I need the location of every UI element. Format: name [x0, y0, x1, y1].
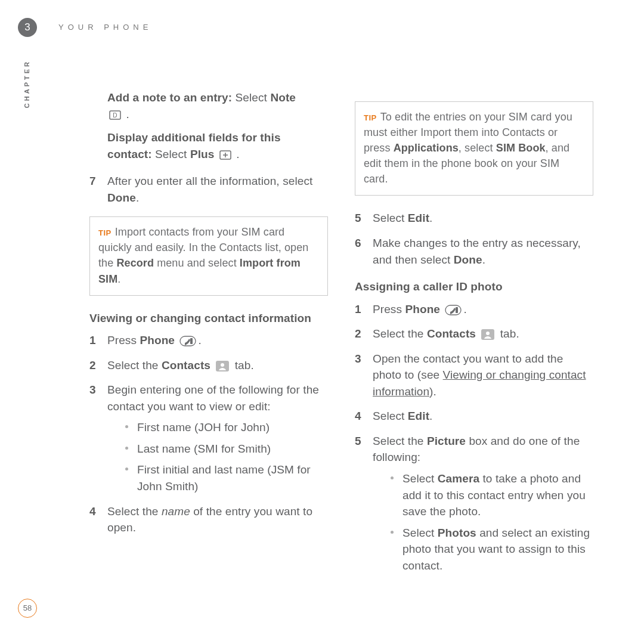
- right-column: TIPTo edit the entries on your SIM card …: [355, 101, 593, 582]
- v2-b1: Contacts: [162, 359, 213, 371]
- edit-step-5: 5 Select Edit.: [355, 210, 593, 227]
- a5-t1: Select the: [373, 435, 427, 447]
- tip-edit-sim: TIPTo edit the entries on your SIM card …: [355, 101, 593, 196]
- a1-t1: Press: [373, 303, 405, 315]
- viewing-step-1: 1 Press Phone .: [89, 332, 328, 349]
- v2-t2: tab.: [231, 359, 253, 371]
- e5-b1: Edit: [408, 212, 429, 224]
- display-fields-tail: .: [233, 148, 240, 160]
- add-note-block: Add a note to an entry: Select Note D .: [89, 89, 328, 122]
- step-7-list: 7 After you enter all the information, s…: [89, 173, 328, 206]
- tip-label: TIP: [98, 228, 112, 237]
- page: 3 YOUR PHONE CHAPTER Add a note to an en…: [0, 0, 644, 644]
- display-fields-block: Display additional fields for this conta…: [89, 129, 328, 162]
- a5b1-b: Camera: [438, 472, 479, 485]
- step-7-t2: .: [136, 191, 139, 204]
- contacts-icon: [215, 360, 230, 372]
- display-fields-bold: Plus: [190, 148, 215, 160]
- a5-bullets: Select Camera to take a photo and add it…: [373, 470, 593, 574]
- step-7-num: 7: [89, 173, 96, 190]
- v3-bullet-1: First name (JOH for John): [125, 419, 328, 436]
- tip-r-t2: , select: [459, 142, 496, 154]
- v3-num: 3: [89, 382, 96, 398]
- step-7-b1: Done: [107, 191, 136, 204]
- tip-left-t3: .: [117, 273, 120, 285]
- tip-r-b2: SIM Book: [496, 142, 546, 154]
- a5b2-a: Select: [402, 527, 438, 539]
- svg-rect-8: [456, 307, 458, 313]
- a5-bullet-1: Select Camera to take a photo and add it…: [391, 470, 593, 520]
- tip-left-t2: menu and select: [154, 257, 240, 269]
- a3-num: 3: [355, 351, 361, 367]
- add-note-period: .: [123, 108, 129, 120]
- svg-text:D: D: [113, 112, 117, 119]
- display-fields-rest: Select: [152, 148, 190, 160]
- v1-num: 1: [89, 332, 96, 349]
- viewing-steps: 1 Press Phone . 2 Select the Contacts ta…: [89, 332, 328, 535]
- a2-t1: Select the: [373, 327, 427, 340]
- a5-b1: Picture: [427, 435, 466, 447]
- v2-num: 2: [89, 357, 96, 374]
- callerid-step-1: 1 Press Phone .: [355, 301, 593, 318]
- tip-import-sim: TIPImport contacts from your SIM card qu…: [89, 216, 328, 295]
- svg-rect-4: [190, 338, 193, 344]
- callerid-steps: 1 Press Phone . 2 Select the Contacts ta…: [355, 301, 593, 574]
- add-note-rest: Select: [232, 91, 270, 104]
- a5b2-b: Photos: [438, 527, 476, 539]
- viewing-step-2: 2 Select the Contacts tab.: [89, 357, 328, 374]
- e6-b1: Done: [454, 253, 482, 266]
- v1-t1: Press: [107, 334, 140, 346]
- viewing-step-4: 4 Select the name of the entry you want …: [89, 503, 328, 536]
- a5-bullet-2: Select Photos and select an existing pho…: [391, 525, 593, 574]
- a1-b1: Phone: [405, 303, 443, 315]
- v4-i1: name: [162, 505, 190, 518]
- callerid-step-5: 5 Select the Picture box and do one of t…: [355, 433, 593, 574]
- v3-t1: Begin entering one of the following for …: [107, 383, 319, 413]
- v1-b1: Phone: [140, 334, 178, 346]
- a4-b1: Edit: [408, 410, 429, 422]
- phone-icon: [179, 336, 196, 346]
- step-7: 7 After you enter all the information, s…: [89, 173, 328, 206]
- plus-icon: [219, 150, 231, 160]
- note-icon: D: [109, 110, 121, 120]
- chapter-side-label: CHAPTER: [23, 60, 32, 108]
- chapter-badge: 3: [18, 18, 37, 37]
- chapter-header: YOUR PHONE: [58, 22, 152, 33]
- e5-t1: Select: [373, 212, 408, 224]
- callerid-step-2: 2 Select the Contacts tab.: [355, 326, 593, 342]
- callerid-step-4: 4 Select Edit.: [355, 408, 593, 425]
- edit-steps: 5 Select Edit. 6 Make changes to the ent…: [355, 210, 593, 268]
- v4-num: 4: [89, 503, 96, 520]
- step-7-t1: After you enter all the information, sel…: [107, 175, 312, 187]
- v3-bullets: First name (JOH for John) Last name (SMI…: [107, 419, 328, 494]
- a1-t2: .: [463, 303, 466, 315]
- v3-bullet-2: Last name (SMI for Smith): [125, 441, 328, 457]
- a1-num: 1: [355, 301, 361, 318]
- section-callerid-title: Assigning a caller ID photo: [355, 278, 593, 295]
- a2-num: 2: [355, 326, 361, 342]
- a4-t1: Select: [373, 410, 408, 422]
- e5-num: 5: [355, 210, 361, 227]
- a2-b1: Contacts: [427, 327, 479, 340]
- page-number: 58: [18, 599, 37, 618]
- a2-t2: tab.: [497, 327, 519, 340]
- svg-point-6: [221, 363, 224, 367]
- add-note-bold: Note: [270, 91, 296, 104]
- v1-t2: .: [198, 334, 201, 346]
- tip-left-b1: Record: [116, 257, 154, 269]
- a5-num: 5: [355, 433, 361, 450]
- left-column: Add a note to an entry: Select Note D . …: [89, 89, 328, 544]
- edit-step-6: 6 Make changes to the entry as necessary…: [355, 235, 593, 268]
- tip-label-right: TIP: [364, 113, 377, 122]
- v2-t1: Select the: [107, 359, 162, 371]
- svg-point-10: [486, 332, 490, 335]
- chapter-number: 3: [24, 20, 30, 35]
- e5-t2: .: [429, 212, 432, 224]
- callerid-step-3: 3 Open the contact you want to add the p…: [355, 351, 593, 400]
- contacts-icon: [481, 329, 495, 340]
- a4-t2: .: [429, 410, 432, 422]
- a4-num: 4: [355, 408, 361, 425]
- section-viewing-title: Viewing or changing contact information: [89, 310, 328, 327]
- v4-t1: Select the: [107, 505, 162, 518]
- phone-icon: [445, 305, 462, 315]
